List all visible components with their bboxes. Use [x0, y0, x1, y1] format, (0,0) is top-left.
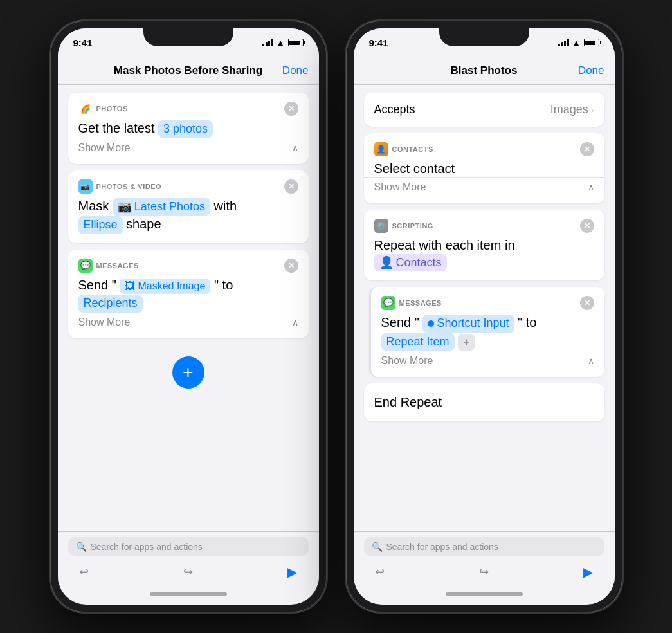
- wifi-icon: ▲: [277, 38, 285, 48]
- end-repeat-text: End Repeat: [374, 395, 442, 409]
- photos-close-btn[interactable]: ✕: [284, 102, 298, 116]
- time-2: 9:41: [369, 37, 388, 48]
- photos-show-more-row: Show More ∧: [78, 138, 298, 155]
- messages-close-btn-2[interactable]: ✕: [580, 296, 594, 310]
- phone-1-screen: 9:41 ▲ Mask Photos Before Sharing Done: [58, 28, 319, 605]
- masked-image-token[interactable]: 🖼 Masked Image: [120, 279, 210, 295]
- undo-button-2[interactable]: ↩: [369, 561, 391, 583]
- shortcut-input-token[interactable]: Shortcut Input: [422, 315, 514, 332]
- messages-emoji-1: 💬: [80, 261, 91, 270]
- scripting-header-left: ⚙️ SCRIPTING: [374, 219, 433, 233]
- photos-show-more[interactable]: Show More: [78, 142, 131, 154]
- done-button-1[interactable]: Done: [282, 64, 309, 77]
- redo-button-1[interactable]: ↪: [177, 561, 199, 583]
- messages-header-left-1: 💬 MESSAGES: [78, 259, 139, 273]
- send-prefix-2: Send ": [381, 315, 423, 329]
- nav-title-2: Blast Photos: [451, 64, 518, 77]
- phone-1: 9:41 ▲ Mask Photos Before Sharing Done: [50, 21, 327, 612]
- contacts-category-label: CONTACTS: [392, 145, 433, 153]
- repeat-item-label: Repeat Item: [386, 335, 450, 349]
- home-indicator-1: [58, 583, 319, 605]
- photos-card-body: Get the latest 3 photos: [78, 120, 298, 138]
- photos-body-prefix: Get the latest: [78, 121, 155, 135]
- masked-img-icon: 🖼: [125, 280, 135, 293]
- repeat-prefix: Repeat with each item in: [374, 238, 515, 252]
- plus-token[interactable]: +: [458, 334, 475, 351]
- scripting-close-btn[interactable]: ✕: [580, 219, 594, 233]
- contacts-show-more[interactable]: Show More: [374, 181, 426, 193]
- photos-video-icon: 📷: [78, 179, 93, 194]
- accepts-value-container[interactable]: Images ›: [550, 103, 594, 116]
- latest-photos-token[interactable]: 📷 Latest Photos: [113, 198, 210, 216]
- add-action-button[interactable]: +: [172, 356, 204, 389]
- scripting-category-label: SCRIPTING: [392, 222, 433, 230]
- screen-body-2: Accepts Images › 👤 CONTACTS: [354, 85, 615, 605]
- scroll-area-1: 🌈 PHOTOS ✕ Get the latest 3 photos: [58, 85, 319, 531]
- messages-icon-2: 💬: [381, 296, 395, 310]
- mask-prefix: Mask: [78, 199, 109, 213]
- accepts-row[interactable]: Accepts Images ›: [364, 93, 604, 127]
- status-bar-2: 9:41 ▲: [354, 28, 615, 57]
- end-repeat-card: End Repeat: [364, 383, 604, 421]
- chevron-up-icon-4: ∧: [588, 356, 594, 366]
- photos-video-close-btn[interactable]: ✕: [284, 179, 298, 194]
- photos-header-left: 🌈 PHOTOS: [78, 102, 128, 116]
- search-bar-2[interactable]: 🔍 Search for apps and actions: [364, 537, 604, 556]
- search-bar-1[interactable]: 🔍 Search for apps and actions: [68, 537, 309, 556]
- send-prefix-1: Send ": [78, 278, 120, 292]
- messages-card-body-2: Send " Shortcut Input " to Repeat Item +: [381, 314, 594, 351]
- scripting-card: ⚙️ SCRIPTING ✕ Repeat with each item in …: [364, 210, 604, 280]
- messages-card-body-1: Send " 🖼 Masked Image " to Recipients: [78, 277, 298, 313]
- messages-show-more-row-2: Show More ∧: [381, 351, 594, 368]
- messages-emoji-2: 💬: [383, 298, 394, 307]
- photos-card: 🌈 PHOTOS ✕ Get the latest 3 photos: [68, 93, 309, 164]
- messages-category-2: MESSAGES: [399, 299, 442, 307]
- close-x-icon-2: ✕: [288, 182, 295, 191]
- contacts-header: 👤 CONTACTS ✕: [374, 142, 594, 156]
- done-button-2[interactable]: Done: [578, 64, 604, 77]
- home-indicator-2: [354, 583, 615, 605]
- repeat-item-token[interactable]: Repeat Item: [381, 333, 455, 351]
- shortcut-input-label: Shortcut Input: [437, 316, 509, 331]
- messages-card-2: 💬 MESSAGES ✕ Send " Shortcut Input: [369, 287, 604, 377]
- photos-video-header: 📷 PHOTOS & VIDEO ✕: [78, 179, 298, 194]
- search-placeholder-2: Search for apps and actions: [386, 542, 498, 552]
- photos-video-header-left: 📷 PHOTOS & VIDEO: [78, 179, 162, 194]
- search-icon-2: 🔍: [372, 542, 383, 552]
- close-x-icon-4: ✕: [584, 145, 590, 154]
- scripting-emoji: ⚙️: [376, 221, 386, 230]
- messages-show-more[interactable]: Show More: [78, 316, 131, 328]
- notch-2: [439, 28, 529, 46]
- close-x-icon-6: ✕: [584, 298, 590, 307]
- undo-button-1[interactable]: ↩: [73, 561, 95, 583]
- notch-1: [143, 28, 233, 46]
- photos-video-card: 📷 PHOTOS & VIDEO ✕ Mask 📷 Latest Photos: [68, 170, 309, 243]
- photos-emoji: 🌈: [80, 104, 91, 114]
- photos-token-label: 3 photos: [163, 122, 208, 136]
- masked-image-label: Masked Image: [138, 280, 205, 293]
- screen-body-1: 🌈 PHOTOS ✕ Get the latest 3 photos: [58, 85, 319, 605]
- messages-show-more-2[interactable]: Show More: [381, 355, 433, 367]
- play-button-1[interactable]: ▶: [282, 561, 304, 583]
- token-dot-icon: [428, 320, 434, 327]
- redo-button-2[interactable]: ↪: [473, 561, 495, 583]
- toolbar-1: ↩ ↪ ▶: [68, 556, 309, 583]
- bottom-bar-1: 🔍 Search for apps and actions ↩ ↪ ▶: [58, 531, 319, 583]
- ellipse-token[interactable]: Ellipse: [78, 216, 123, 234]
- toolbar-2: ↩ ↪ ▶: [364, 556, 604, 583]
- recipients-token[interactable]: Recipients: [78, 295, 143, 312]
- messages-show-more-row: Show More ∧: [78, 313, 298, 329]
- photos-video-emoji: 📷: [80, 182, 90, 191]
- messages-header-1: 💬 MESSAGES ✕: [78, 259, 298, 273]
- play-button-2[interactable]: ▶: [577, 561, 599, 583]
- photos-token[interactable]: 3 photos: [158, 120, 213, 138]
- to-text-2: " to: [518, 315, 536, 329]
- chevron-up-icon-1: ∧: [292, 143, 298, 153]
- messages-close-btn-1[interactable]: ✕: [284, 259, 298, 273]
- nav-bar-1: Mask Photos Before Sharing Done: [58, 57, 319, 85]
- contacts-card-body: Select contact: [374, 160, 594, 177]
- photos-card-header: 🌈 PHOTOS ✕: [78, 102, 298, 116]
- contacts-token[interactable]: 👤 Contacts: [374, 254, 447, 271]
- contacts-close-btn[interactable]: ✕: [580, 142, 594, 156]
- status-icons-1: ▲: [262, 38, 303, 48]
